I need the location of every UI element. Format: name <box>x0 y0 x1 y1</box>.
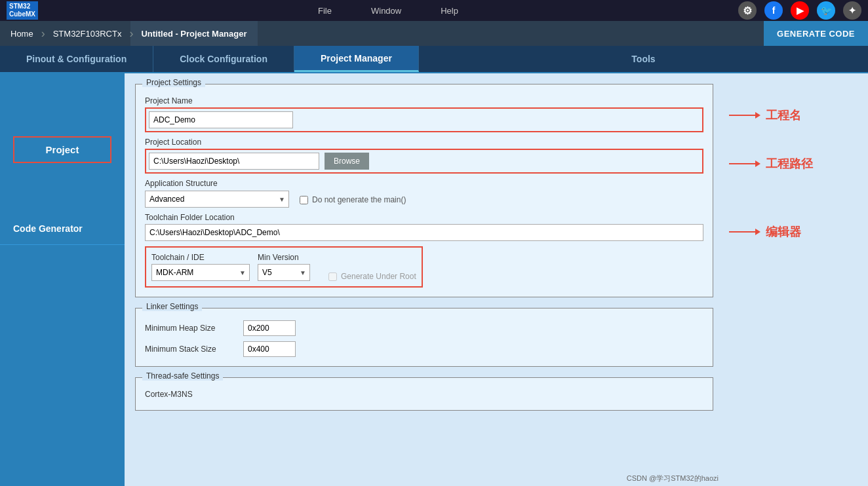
sidebar-item-code-generator[interactable]: Code Generator <box>0 213 125 245</box>
generate-code-button[interactable]: GENERATE CODE <box>764 21 868 46</box>
top-menu-bar: STM32 CubeMX File Window Help ⚙ f ▶ 🐦 ✦ <box>0 0 868 21</box>
arrow-line-2 <box>729 163 755 164</box>
tab-pinout[interactable]: Pinout & Configuration <box>0 46 153 72</box>
app-structure-row: Advanced ▼ Do not generate the main() <box>145 191 703 208</box>
arrow-head-2 <box>755 160 760 167</box>
logo-area: STM32 CubeMX <box>7 1 38 20</box>
project-settings-section: Project Settings Project Name Project Lo… <box>135 84 713 297</box>
breadcrumb-sep-2: › <box>129 27 133 41</box>
menu-window[interactable]: Window <box>371 6 401 16</box>
tab-bar: Pinout & Configuration Clock Configurati… <box>0 46 868 73</box>
generate-under-root-checkbox[interactable] <box>328 272 337 281</box>
project-name-annotation: 工程名 <box>729 107 863 123</box>
do-not-generate-checkbox[interactable] <box>300 196 308 204</box>
tab-clock[interactable]: Clock Configuration <box>153 46 294 72</box>
tab-tools[interactable]: Tools <box>419 46 868 72</box>
linker-settings-section: Linker Settings Minimum Heap Size Minimu… <box>135 308 713 367</box>
project-name-ann-text: 工程名 <box>766 107 801 123</box>
toolchain-ide-group: Toolchain / IDE MDK-ARM ▼ <box>151 253 250 281</box>
content-area: Project Settings Project Name Project Lo… <box>125 73 724 486</box>
csdn-credit: CSDN @学习STM32的haozi <box>627 474 719 483</box>
app-structure-dropdown-wrapper: Advanced ▼ <box>145 191 289 208</box>
share-icon[interactable]: ✦ <box>843 1 861 20</box>
arrow-head-1 <box>755 112 760 119</box>
project-location-highlight-box: Browse <box>145 149 703 174</box>
breadcrumb-bar: Home › STM32F103RCTx › Untitled - Projec… <box>0 21 868 46</box>
generate-under-root-label: Generate Under Root <box>341 272 416 281</box>
browse-button[interactable]: Browse <box>325 153 369 170</box>
twitter-icon[interactable]: 🐦 <box>817 1 835 20</box>
project-location-input[interactable] <box>149 153 319 170</box>
project-settings-title: Project Settings <box>142 78 205 87</box>
project-box[interactable]: Project <box>13 136 111 163</box>
breadcrumb-home[interactable]: Home <box>0 21 44 46</box>
menu-file[interactable]: File <box>318 6 332 16</box>
cortex-label: Cortex-M3NS <box>145 390 703 399</box>
project-location-annotation: 工程路径 <box>729 156 863 172</box>
linker-settings-title: Linker Settings <box>142 302 202 311</box>
min-heap-row: Minimum Heap Size <box>145 320 703 336</box>
project-location-ann-text: 工程路径 <box>766 156 813 172</box>
annotation-area: 工程名 工程路径 编辑器 <box>724 73 868 486</box>
sidebar: Project Code Generator <box>0 73 125 486</box>
thread-safe-section: Thread-safe Settings Cortex-M3NS <box>135 377 713 411</box>
min-version-label: Min Version <box>258 253 310 262</box>
min-heap-label: Minimum Heap Size <box>145 324 237 333</box>
breadcrumb-project[interactable]: Untitled - Project Manager <box>130 21 257 46</box>
toolchain-ide-label: Toolchain / IDE <box>151 253 250 262</box>
stm32-logo: STM32 CubeMX <box>7 1 38 20</box>
toolchain-ide-select[interactable]: MDK-ARM <box>151 264 250 281</box>
breadcrumb-sep-1: › <box>41 27 45 41</box>
sidebar-item-project[interactable]: Project <box>0 126 125 174</box>
min-heap-input[interactable] <box>243 320 296 336</box>
min-stack-row: Minimum Stack Size <box>145 341 703 357</box>
do-not-generate-label: Do not generate the main() <box>312 195 406 204</box>
toolchain-annotation: 编辑器 <box>729 224 863 240</box>
facebook-icon[interactable]: f <box>764 1 783 20</box>
top-menu: File Window Help <box>64 6 712 16</box>
youtube-icon[interactable]: ▶ <box>791 1 809 20</box>
toolchain-ide-highlight-box: Toolchain / IDE MDK-ARM ▼ Min Version V5 <box>145 246 423 288</box>
arrow-line-3 <box>729 231 755 233</box>
min-version-select[interactable]: V5 <box>258 264 310 281</box>
toolchain-folder-label: Toolchain Folder Location <box>145 213 703 222</box>
generate-under-root-row: Generate Under Root <box>328 272 416 281</box>
min-version-group: Min Version V5 ▼ <box>258 253 310 281</box>
min-stack-input[interactable] <box>243 341 296 357</box>
arrow-head-3 <box>755 229 760 235</box>
thread-safe-title: Thread-safe Settings <box>142 371 223 381</box>
project-name-label: Project Name <box>145 96 703 105</box>
min-stack-label: Minimum Stack Size <box>145 345 237 354</box>
project-name-highlight-box <box>145 107 703 132</box>
app-structure-label: Application Structure <box>145 179 703 188</box>
arrow-line-1 <box>729 115 755 116</box>
toolchain-ide-dropdown-wrapper: MDK-ARM ▼ <box>151 264 250 281</box>
breadcrumb-chip[interactable]: STM32F103RCTx <box>43 21 132 46</box>
menu-help[interactable]: Help <box>441 6 458 16</box>
toolchain-folder-input[interactable] <box>145 224 703 241</box>
toolchain-ann-text: 编辑器 <box>766 224 801 240</box>
project-location-label: Project Location <box>145 138 703 147</box>
app-structure-select[interactable]: Advanced <box>145 191 289 208</box>
project-name-input[interactable] <box>149 111 293 128</box>
do-not-generate-row: Do not generate the main() <box>300 195 406 204</box>
gear-icon[interactable]: ⚙ <box>738 1 757 20</box>
top-icons: ⚙ f ▶ 🐦 ✦ <box>738 1 861 20</box>
min-version-dropdown-wrapper: V5 ▼ <box>258 264 310 281</box>
tab-project-manager[interactable]: Project Manager <box>294 46 419 72</box>
main-layout: Project Code Generator Project Settings … <box>0 73 868 486</box>
